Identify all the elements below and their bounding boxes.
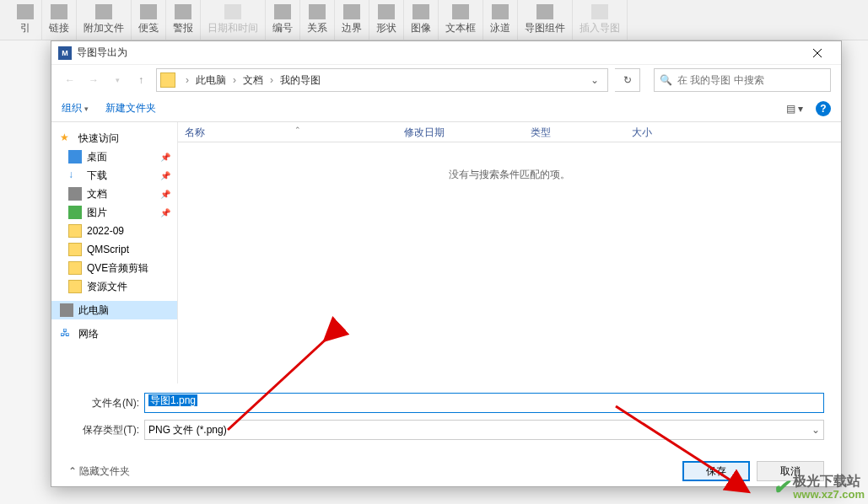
ribbon-label: 泳道 <box>490 21 510 35</box>
file-inputs: 文件名(N): 导图1.png 保存类型(T): PNG 文件 (*.png) … <box>51 383 841 448</box>
chevron-down-icon: ⌄ <box>811 424 820 436</box>
save-button[interactable]: 保存 <box>682 461 750 481</box>
ribbon-icon <box>140 4 157 19</box>
folder-icon <box>68 261 82 275</box>
new-folder-button[interactable]: 新建文件夹 <box>105 101 156 115</box>
sidebar-item-this-pc[interactable]: 此电脑 <box>51 301 177 319</box>
ribbon-item[interactable]: 形状 <box>369 0 404 40</box>
breadcrumb[interactable]: 此电脑 <box>194 73 228 88</box>
ribbon-label: 编号 <box>272 21 293 35</box>
nav-back-button[interactable]: ← <box>62 72 78 88</box>
pin-icon: 📌 <box>160 190 170 199</box>
close-button[interactable] <box>801 42 834 64</box>
search-icon: 🔍 <box>660 74 672 86</box>
ribbon-icon <box>492 4 509 19</box>
network-icon: 🖧 <box>60 327 73 340</box>
chevron-right-icon: › <box>228 74 241 86</box>
save-dialog: M 导图导出为 ← → ▾ ↑ › 此电脑 › 文档 › 我的导图 ⌄ ↻ 🔍 … <box>51 40 842 487</box>
sidebar-item-quick-access[interactable]: ★快速访问 <box>51 129 177 147</box>
sidebar-item-documents[interactable]: 文档📌 <box>51 185 177 203</box>
sidebar-item-folder[interactable]: QVE音频剪辑 <box>51 259 177 277</box>
star-icon: ★ <box>60 131 73 145</box>
ribbon-item[interactable]: 边界 <box>335 0 369 40</box>
document-icon <box>68 187 82 201</box>
column-date[interactable]: 修改日期 <box>397 122 524 142</box>
sidebar-item-desktop[interactable]: 桌面📌 <box>51 147 177 166</box>
nav-recent-button[interactable]: ▾ <box>109 72 126 88</box>
file-list-area: 名称⌃ 修改日期 类型 大小 没有与搜索条件匹配的项。 <box>178 122 841 383</box>
watermark-logo-icon: ✔ <box>773 475 790 499</box>
folder-icon <box>68 280 82 293</box>
toolbar-row: 组织 新建文件夹 ▤ ▾ ? <box>51 95 841 122</box>
ribbon-label: 文本框 <box>445 21 476 35</box>
download-icon: ↓ <box>68 169 82 182</box>
ribbon-item[interactable]: 警报 <box>166 0 201 40</box>
column-type[interactable]: 类型 <box>524 122 625 142</box>
column-name[interactable]: 名称⌃ <box>178 122 397 142</box>
address-bar[interactable]: › 此电脑 › 文档 › 我的导图 ⌄ <box>156 68 608 92</box>
sidebar-item-label: 快速访问 <box>78 131 119 146</box>
ribbon-item: 插入导图 <box>573 0 628 40</box>
help-button[interactable]: ? <box>816 101 831 116</box>
pin-icon: 📌 <box>160 171 170 180</box>
app-icon: M <box>58 46 72 60</box>
sidebar-item-label: QMScript <box>87 244 129 255</box>
pin-icon: 📌 <box>160 153 170 162</box>
ribbon-item[interactable]: 文本框 <box>439 0 483 40</box>
ribbon-label: 边界 <box>342 21 362 35</box>
filetype-dropdown[interactable]: PNG 文件 (*.png) ⌄ <box>144 420 824 440</box>
ribbon-label: 日期和时间 <box>208 21 258 35</box>
hide-folders-link[interactable]: 隐藏文件夹 <box>68 464 130 479</box>
breadcrumb[interactable]: 我的导图 <box>278 73 322 88</box>
ribbon-item[interactable]: 附加文件 <box>77 0 132 40</box>
ribbon-item[interactable]: 泳道 <box>483 0 518 40</box>
sidebar-item-label: 文档 <box>87 187 107 201</box>
nav-forward-button[interactable]: → <box>85 72 102 88</box>
ribbon-label: 导图组件 <box>525 21 565 35</box>
ribbon-item[interactable]: 引 <box>8 0 42 40</box>
ribbon-label: 插入导图 <box>580 21 620 35</box>
ribbon-label: 警报 <box>173 21 193 35</box>
sidebar-item-pictures[interactable]: 图片📌 <box>51 203 177 222</box>
sidebar-item-label: 下载 <box>87 169 107 183</box>
sidebar-item-label: QVE音频剪辑 <box>87 261 148 276</box>
search-input[interactable] <box>677 74 825 86</box>
dialog-titlebar: M 导图导出为 <box>51 41 841 65</box>
breadcrumb[interactable]: 文档 <box>241 73 265 88</box>
ribbon-item[interactable]: 导图组件 <box>518 0 573 40</box>
sidebar-item-network[interactable]: 🖧网络 <box>51 324 177 343</box>
nav-up-button[interactable]: ↑ <box>132 72 149 88</box>
ribbon-label: 关系 <box>307 21 327 35</box>
filetype-value: PNG 文件 (*.png) <box>148 423 227 437</box>
empty-message: 没有与搜索条件匹配的项。 <box>178 142 841 207</box>
sidebar-item-label: 资源文件 <box>87 280 127 294</box>
address-dropdown[interactable]: ⌄ <box>585 74 604 86</box>
ribbon-item[interactable]: 链接 <box>42 0 77 40</box>
ribbon-icon <box>175 4 191 19</box>
watermark-url: www.xz7.com <box>793 489 865 501</box>
column-headers: 名称⌃ 修改日期 类型 大小 <box>178 122 841 142</box>
ribbon-item[interactable]: 编号 <box>266 0 300 40</box>
ribbon-item[interactable]: 图像 <box>404 0 439 40</box>
column-size[interactable]: 大小 <box>625 122 693 142</box>
ribbon-item[interactable]: 便笺 <box>132 0 166 40</box>
pictures-icon <box>68 206 82 219</box>
ribbon-item[interactable]: 关系 <box>300 0 335 40</box>
main-split: ★快速访问 桌面📌 ↓下载📌 文档📌 图片📌 2022-09 QMScript … <box>51 122 841 383</box>
sidebar-item-folder[interactable]: 资源文件 <box>51 277 177 296</box>
sidebar-item-label: 此电脑 <box>78 303 109 318</box>
sidebar-item-label: 图片 <box>87 206 107 220</box>
filename-input[interactable]: 导图1.png <box>144 393 824 413</box>
view-options-button[interactable]: ▤ ▾ <box>782 100 807 117</box>
refresh-button[interactable]: ↻ <box>615 68 640 92</box>
sidebar-item-folder[interactable]: 2022-09 <box>51 222 177 240</box>
ribbon-icon <box>224 4 241 19</box>
dialog-title: 导图导出为 <box>77 46 801 60</box>
search-box[interactable]: 🔍 <box>654 68 831 92</box>
close-icon <box>813 49 822 57</box>
watermark: ✔ 极光下载站 www.xz7.com <box>773 474 865 501</box>
sidebar-item-downloads[interactable]: ↓下载📌 <box>51 166 177 185</box>
sidebar-item-folder[interactable]: QMScript <box>51 240 177 259</box>
organize-menu[interactable]: 组织 <box>62 101 89 115</box>
folder-icon <box>160 72 175 88</box>
